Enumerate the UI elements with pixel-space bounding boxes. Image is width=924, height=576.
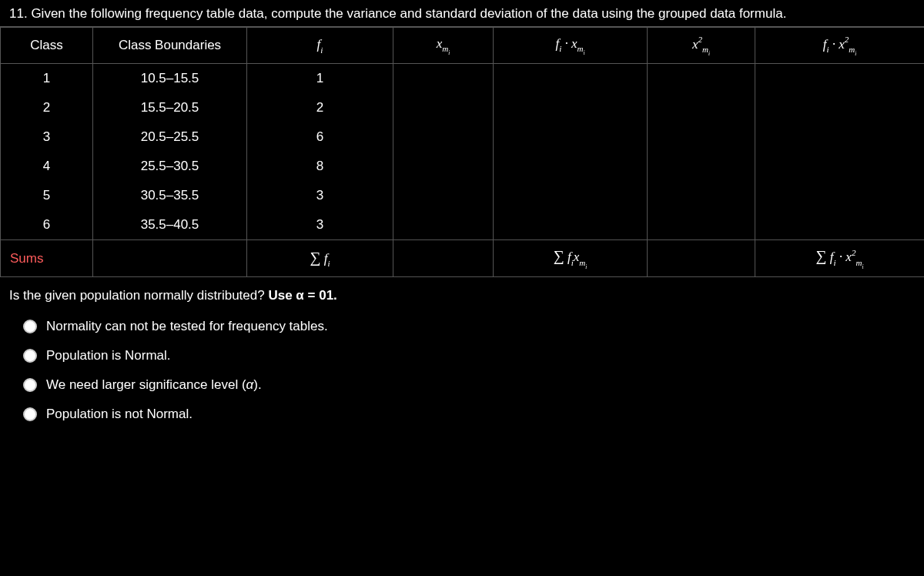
followup-prompt: Is the given population normally distrib… [0,277,924,319]
cell-class: 3 [1,122,92,152]
sums-fi: ∑ fi [247,240,393,277]
question-number: 11. [9,6,28,21]
cell-class: 6 [1,210,92,239]
header-boundaries: Class Boundaries [93,28,247,64]
followup-text: Is the given population normally distrib… [9,288,268,303]
sums-xmi-empty [393,240,494,277]
cell-class: 1 [1,64,92,93]
sums-fixmi: ∑ fixmi [494,240,648,277]
followup-bold: Use α = 01. [268,288,336,303]
option-2[interactable]: Population is Normal. [23,348,915,363]
sums-label: Sums [1,240,93,277]
cell-fixmi-empty [494,64,648,240]
cell-xmi2-empty [648,64,755,240]
cell-boundaries: 35.5–40.5 [93,210,246,239]
cell-fi: 2 [247,93,393,122]
option-label: Population is Normal. [46,348,171,363]
cell-boundaries: 25.5–30.5 [93,152,246,181]
data-rows-block: 1 2 3 4 5 6 10.5–15.5 15.5–20.5 20.5–25.… [1,64,925,240]
cell-fi: 8 [247,152,393,181]
option-label: We need larger significance level (α). [46,377,262,393]
cell-class: 5 [1,181,92,210]
cell-class: 4 [1,152,92,181]
radio-icon [23,407,37,421]
header-class: Class [1,28,93,64]
sums-fixmi2: ∑ fi · x2mi [755,240,925,277]
header-fi: fi [247,28,393,64]
cell-boundaries: 20.5–25.5 [93,122,246,152]
cell-fi: 6 [247,122,393,152]
option-3[interactable]: We need larger significance level (α). [23,377,915,393]
cell-fi: 1 [247,64,393,93]
question-text: Given the following frequency table data… [31,6,786,21]
cell-boundaries: 10.5–15.5 [93,64,246,93]
options-group: Normality can not be tested for frequenc… [0,319,924,431]
sums-boundaries-empty [93,240,247,277]
sums-xmi2-empty [648,240,755,277]
cell-boundaries: 30.5–35.5 [93,181,246,210]
radio-icon [23,349,37,363]
cell-fi: 3 [247,210,393,239]
option-1[interactable]: Normality can not be tested for frequenc… [23,319,915,334]
radio-icon [23,320,37,333]
header-fi-xmi2: fi · x2mi [755,28,925,64]
frequency-table: Class Class Boundaries fi xmi fi · xmi x… [0,27,924,277]
header-xmi: xmi [393,28,494,64]
option-label: Normality can not be tested for frequenc… [46,319,328,334]
option-4[interactable]: Population is not Normal. [23,407,915,422]
option-label: Population is not Normal. [46,407,192,422]
header-fi-xmi: fi · xmi [494,28,648,64]
cell-boundaries: 15.5–20.5 [93,93,246,122]
question-prompt: 11. Given the following frequency table … [0,0,924,27]
sums-row: Sums ∑ fi ∑ fixmi ∑ fi · x2mi [1,240,925,277]
cell-class: 2 [1,93,92,122]
radio-icon [23,378,37,392]
cell-fixmi2-empty [755,64,925,240]
cell-xmi-empty [393,64,494,240]
header-xmi2: x2mi [648,28,755,64]
table-header-row: Class Class Boundaries fi xmi fi · xmi x… [1,28,925,64]
cell-fi: 3 [247,181,393,210]
